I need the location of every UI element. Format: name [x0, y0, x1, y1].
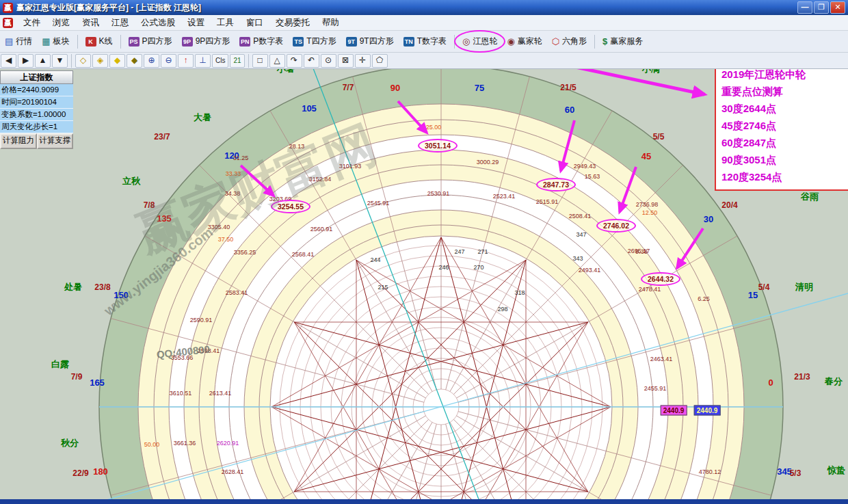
close-button[interactable]: ✕ — [830, 1, 845, 14]
toolbar-item-kline[interactable]: KK线 — [82, 33, 116, 50]
toolbar-item-p-square[interactable]: PSP四方形 — [125, 33, 176, 50]
title-bar: 赢 赢家江恩专业版[赢家服务平台] - [上证指数 江恩轮] — ❐ ✕ — [0, 0, 848, 15]
rotate-ccw-icon[interactable]: ↶ — [304, 54, 319, 68]
circle-tool-icon[interactable]: ⊙ — [321, 54, 336, 68]
toolbar-separator — [77, 35, 78, 49]
toolbar-item-sectors[interactable]: ▦板块 — [38, 33, 72, 50]
triangle-tool-icon[interactable]: △ — [269, 54, 285, 68]
toolbar-separator — [248, 54, 249, 68]
annotation-line-6: 120度3254点 — [721, 168, 848, 185]
diamond-dark-icon[interactable]: ◆ — [127, 54, 142, 68]
menu-item-9[interactable]: 帮助 — [316, 16, 345, 30]
info-field-0: 价格=2440.9099 — [0, 84, 73, 96]
menu-bar: 赢 文件浏览资讯江恩公式选股设置工具窗口交易委托帮助 — [0, 15, 848, 31]
t-number-table-icon: TN — [403, 37, 414, 47]
info-panel: 上证指数 价格=2440.9099时间=20190104变换系数=1.00000… — [0, 70, 73, 149]
nav-left-icon[interactable]: ◀ — [1, 54, 16, 68]
calendar-icon[interactable]: 21 — [230, 54, 244, 68]
sectors-icon: ▦ — [42, 37, 50, 47]
toolbar-item-label: 赢家服务 — [610, 36, 643, 47]
cls-button[interactable]: Cls — [212, 54, 228, 68]
diamond-dot-icon[interactable]: ◈ — [92, 54, 108, 68]
toolbar-separator — [120, 35, 121, 49]
p-number-table-icon: PN — [239, 37, 250, 47]
winner-service-icon: $ — [602, 37, 607, 47]
nav-up-icon[interactable]: ▲ — [35, 54, 51, 68]
annotation-line-3: 45度2746点 — [721, 117, 848, 134]
annotation-line-1: 重要点位测算 — [721, 83, 848, 100]
menu-item-3[interactable]: 江恩 — [105, 16, 135, 30]
info-field-3: 周天变化步长=1 — [0, 121, 73, 133]
app-window: 赢 赢家江恩专业版[赢家服务平台] - [上证指数 江恩轮] — ❐ ✕ 赢 文… — [0, 0, 848, 504]
lasso-tool-icon[interactable]: ⬠ — [372, 54, 388, 68]
toolbar-item-t-square[interactable]: TST四方形 — [289, 33, 339, 50]
diamond-outline-icon[interactable]: ◇ — [75, 54, 91, 68]
red-arrow-icon[interactable]: ↑ — [178, 54, 194, 68]
toolbar-item-9p-square[interactable]: 9P9P四方形 — [178, 33, 234, 50]
perpendicular-icon[interactable]: ⊥ — [195, 54, 211, 68]
maximize-button[interactable]: ❐ — [814, 1, 829, 14]
window-controls: — ❐ ✕ — [797, 1, 845, 14]
menu-item-2[interactable]: 资讯 — [76, 16, 105, 30]
rotate-cw-icon[interactable]: ↷ — [287, 54, 302, 68]
diamond-yellow-icon[interactable]: ◆ — [109, 54, 125, 68]
toolbar-item-winner-wheel[interactable]: ◉赢家轮 — [503, 33, 545, 50]
rect-tool-icon[interactable]: □ — [252, 54, 268, 68]
toolbar-item-label: 9T四方形 — [360, 36, 394, 47]
toolbar-item-gann-wheel[interactable]: ◎江恩轮 — [459, 33, 501, 50]
drawing-toolbar: ◀▶▲▼◇◈◆◆⊕⊖↑⊥Cls21□△↷↶⊙⊠✛⬠ — [0, 53, 848, 69]
index-name-label: 上证指数 — [0, 70, 73, 84]
menu-item-7[interactable]: 窗口 — [240, 16, 269, 30]
quotes-icon: ▤ — [5, 37, 13, 47]
close-box-icon[interactable]: ⊠ — [338, 54, 354, 68]
toolbar-item-label: K线 — [99, 36, 113, 47]
hexagon-icon: ⬡ — [552, 37, 559, 47]
menu-item-8[interactable]: 交易委托 — [269, 16, 316, 30]
toolbar-item-label: 江恩轮 — [473, 36, 497, 47]
app-logo-icon: 赢 — [3, 3, 13, 13]
calc-resistance-button[interactable]: 计算阻力 — [0, 133, 37, 149]
status-bar — [0, 499, 848, 504]
zoom-out-icon[interactable]: ⊖ — [161, 54, 176, 68]
9t-square-icon: 9T — [346, 37, 357, 47]
toolbar-item-quotes[interactable]: ▤行情 — [1, 33, 36, 50]
menu-item-0[interactable]: 文件 — [17, 16, 47, 30]
menu-item-4[interactable]: 公式选股 — [135, 16, 181, 30]
info-field-1: 时间=20190104 — [0, 96, 73, 109]
menu-item-5[interactable]: 设置 — [181, 16, 211, 30]
menu-item-6[interactable]: 工具 — [211, 16, 240, 30]
annotation-box: 2019年江恩轮中轮重要点位测算30度2644点45度2746点60度2847点… — [715, 60, 848, 191]
menu-item-1[interactable]: 浏览 — [47, 16, 76, 30]
toolbar-item-label: T数字表 — [417, 36, 447, 47]
toolbar-item-label: 9P四方形 — [196, 36, 230, 47]
gann-wheel-icon: ◎ — [462, 37, 470, 47]
t-square-icon: TS — [293, 37, 304, 47]
move-tool-icon[interactable]: ✛ — [355, 54, 371, 68]
toolbar-separator — [594, 35, 595, 49]
toolbar-item-label: P四方形 — [142, 36, 172, 47]
annotation-line-4: 60度2847点 — [721, 134, 848, 151]
minimize-button[interactable]: — — [797, 1, 812, 14]
app-logo-icon: 赢 — [3, 18, 13, 28]
kline-icon: K — [85, 37, 96, 47]
filter-icon[interactable]: ▼ — [52, 54, 68, 68]
toolbar-item-label: 行情 — [16, 36, 32, 47]
window-title: 赢家江恩专业版[赢家服务平台] - [上证指数 江恩轮] — [16, 2, 797, 14]
toolbar-item-label: 赢家轮 — [518, 36, 542, 47]
toolbar-separator — [71, 54, 72, 68]
annotation-line-2: 30度2644点 — [721, 100, 848, 117]
calc-support-button[interactable]: 计算支撑 — [37, 133, 74, 149]
zoom-in-icon[interactable]: ⊕ — [144, 54, 159, 68]
toolbar-item-label: T四方形 — [306, 36, 336, 47]
toolbar-item-hexagon[interactable]: ⬡六角形 — [548, 33, 590, 50]
nav-right-icon[interactable]: ▶ — [18, 54, 34, 68]
toolbar-item-label: P数字表 — [253, 36, 283, 47]
info-field-2: 变换系数=1.00000 — [0, 109, 73, 121]
toolbar-item-9t-square[interactable]: 9T9T四方形 — [343, 33, 397, 50]
toolbar-item-winner-service[interactable]: $赢家服务 — [599, 33, 646, 50]
toolbar-item-t-number-table[interactable]: TNT数字表 — [400, 33, 450, 50]
annotation-line-5: 90度3051点 — [721, 151, 848, 168]
toolbar-item-p-number-table[interactable]: PNP数字表 — [236, 33, 287, 50]
9p-square-icon: 9P — [182, 37, 193, 47]
toolbar-separator — [454, 35, 455, 49]
